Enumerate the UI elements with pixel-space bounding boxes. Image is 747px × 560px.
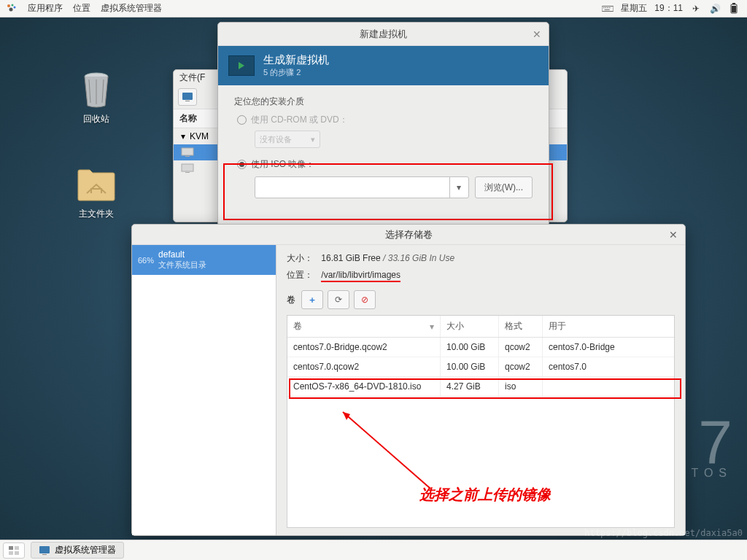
refresh-button[interactable]: ⟳	[328, 290, 349, 309]
size-label: 大小：	[287, 252, 319, 265]
close-icon[interactable]: ✕	[533, 28, 541, 40]
new-vm-titlebar: 新建虚拟机 ✕	[218, 23, 549, 46]
bottom-taskbar: 虚拟系统管理器	[0, 540, 747, 560]
new-vm-title: 新建虚拟机	[360, 28, 407, 41]
iso-path-combo[interactable]: ▾	[255, 176, 469, 198]
radio-icon	[237, 160, 247, 169]
svg-point-1	[12, 4, 14, 6]
radio-iso[interactable]: 使用 ISO 映像：	[237, 158, 533, 171]
svg-point-2	[14, 6, 16, 8]
col-volume[interactable]: 卷▾	[287, 316, 441, 337]
svg-rect-18	[185, 101, 190, 101]
svg-rect-6	[605, 7, 607, 8]
volume-row[interactable]: centos7.0-Bridge.qcow210.00 GiBqcow2cent…	[287, 338, 674, 357]
radio-cdrom: 使用 CD-ROM 或 DVD：	[237, 114, 533, 126]
annotation-text: 选择之前上传的镜像	[419, 485, 551, 505]
size-used: 33.16 GiB In Use	[388, 253, 454, 263]
svg-rect-12	[732, 6, 736, 12]
svg-rect-22	[185, 172, 190, 173]
gnome-logo-icon	[6, 3, 18, 15]
close-icon[interactable]: ✕	[669, 229, 678, 241]
vol-dialog-title: 选择存储卷	[385, 228, 433, 241]
keyboard-icon[interactable]	[602, 3, 614, 15]
svg-rect-29	[39, 546, 50, 553]
cdrom-device-dropdown: 没有设备	[255, 131, 320, 148]
svg-rect-7	[607, 7, 608, 8]
svg-rect-9	[605, 9, 610, 9]
svg-rect-30	[42, 554, 47, 555]
volume-icon[interactable]: 🔊	[709, 3, 721, 15]
svg-rect-19	[182, 148, 193, 155]
svg-rect-25	[9, 546, 13, 550]
new-vm-button[interactable]	[178, 88, 197, 106]
menu-places[interactable]: 位置	[73, 2, 90, 15]
pool-type: 文件系统目录	[158, 260, 206, 271]
add-volume-button[interactable]: ＋	[301, 290, 323, 309]
pool-usage-pct: 66%	[138, 256, 154, 265]
col-format[interactable]: 格式	[499, 316, 543, 337]
svg-point-0	[7, 4, 10, 7]
banner-title: 生成新虚拟机	[263, 53, 329, 67]
locate-media-label: 定位您的安装介质	[234, 96, 533, 108]
col-usedby[interactable]: 用于	[543, 316, 674, 337]
storage-pool-sidebar: 66% default 文件系统目录	[132, 245, 276, 535]
volume-list-header: 卷▾ 大小 格式 用于	[287, 316, 674, 338]
storage-volume-dialog: 选择存储卷 ✕ 66% default 文件系统目录 大小： 16.81 GiB…	[131, 224, 686, 536]
menu-applications[interactable]: 应用程序	[28, 2, 63, 15]
col-size[interactable]: 大小	[441, 316, 499, 337]
battery-icon[interactable]	[728, 3, 740, 15]
svg-rect-26	[15, 546, 19, 550]
trash-label: 回收站	[83, 114, 109, 124]
delete-volume-button[interactable]: ⊘	[354, 290, 376, 309]
workspace-switcher[interactable]	[3, 542, 25, 559]
volume-row[interactable]: centos7.0.qcow210.00 GiBqcow2centos7.0	[287, 357, 674, 377]
location-label: 位置：	[287, 269, 319, 281]
svg-rect-17	[182, 93, 193, 100]
browse-button[interactable]: 浏览(W)...	[475, 176, 533, 198]
new-vm-banner: 生成新虚拟机 5 的步骤 2	[218, 46, 549, 85]
chevron-down-icon[interactable]: ▾	[449, 177, 468, 198]
svg-rect-4	[602, 6, 614, 11]
home-folder-icon[interactable]: 主文件夹	[67, 164, 125, 220]
size-free: 16.81 GiB Free	[321, 253, 380, 263]
clock-time[interactable]: 19：11	[654, 2, 683, 15]
svg-rect-27	[9, 551, 13, 555]
storage-pool-default[interactable]: 66% default 文件系统目录	[132, 245, 276, 275]
trash-icon[interactable]: 回收站	[67, 69, 125, 125]
radio-icon	[237, 115, 247, 125]
watermark: https://blog.csdn.net/daxia5a0	[584, 528, 743, 538]
home-label: 主文件夹	[79, 209, 114, 219]
svg-rect-11	[732, 3, 735, 4]
svg-rect-20	[185, 156, 190, 157]
location-path: /var/lib/libvirt/images	[321, 270, 400, 282]
svg-point-3	[9, 7, 13, 11]
top-panel: 应用程序 位置 虚拟系统管理器 星期五 19：11 ✈ 🔊	[0, 0, 747, 18]
menu-vmm[interactable]: 虚拟系统管理器	[101, 2, 162, 15]
svg-rect-8	[609, 7, 611, 8]
volume-row[interactable]: CentOS-7-x86_64-DVD-1810.iso4.27 GiBiso	[287, 377, 674, 397]
banner-step: 5 的步骤 2	[263, 67, 329, 78]
pool-name: default	[158, 249, 206, 260]
svg-rect-28	[15, 551, 19, 555]
taskbar-app-vmm[interactable]: 虚拟系统管理器	[31, 542, 124, 559]
svg-rect-21	[182, 164, 193, 171]
svg-rect-5	[603, 7, 605, 8]
volumes-label: 卷	[287, 294, 295, 306]
airplane-icon[interactable]: ✈	[690, 3, 702, 15]
vm-banner-icon	[228, 55, 255, 76]
new-vm-dialog: 新建虚拟机 ✕ 生成新虚拟机 5 的步骤 2 定位您的安装介质 使用 CD-RO…	[217, 22, 549, 226]
clock-day[interactable]: 星期五	[621, 2, 647, 15]
